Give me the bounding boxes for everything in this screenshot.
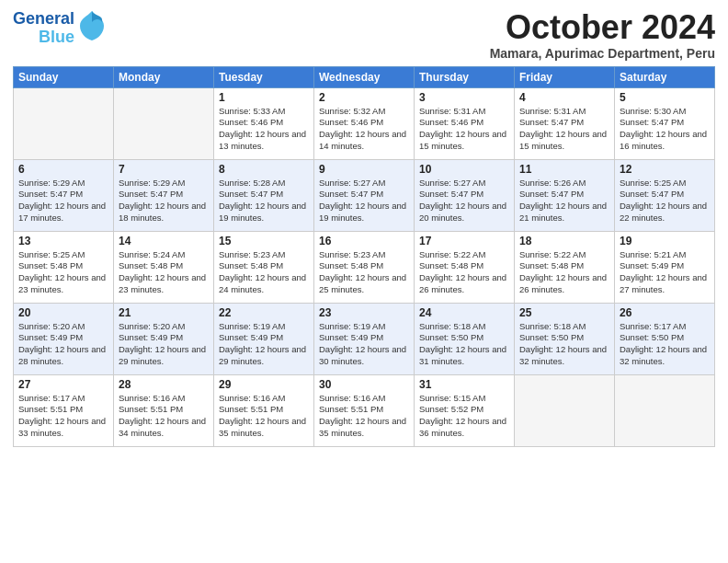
day-info: Sunrise: 5:19 AMSunset: 5:49 PMDaylight:… (219, 321, 309, 368)
calendar-day-cell: 9Sunrise: 5:27 AMSunset: 5:47 PMDaylight… (314, 159, 415, 231)
calendar-day-cell: 6Sunrise: 5:29 AMSunset: 5:47 PMDaylight… (14, 159, 114, 231)
calendar-day-cell: 7Sunrise: 5:29 AMSunset: 5:47 PMDaylight… (114, 159, 214, 231)
day-number: 7 (119, 163, 209, 176)
calendar-header-row: Sunday Monday Tuesday Wednesday Thursday… (14, 66, 715, 87)
day-number: 22 (219, 306, 309, 319)
col-wednesday: Wednesday (314, 66, 415, 87)
day-info: Sunrise: 5:25 AMSunset: 5:48 PMDaylight:… (18, 249, 108, 296)
day-info: Sunrise: 5:30 AMSunset: 5:47 PMDaylight:… (620, 106, 710, 153)
calendar-week-row: 13Sunrise: 5:25 AMSunset: 5:48 PMDayligh… (14, 231, 715, 303)
calendar-day-cell (14, 87, 114, 159)
day-info: Sunrise: 5:31 AMSunset: 5:47 PMDaylight:… (519, 106, 609, 153)
calendar-day-cell: 14Sunrise: 5:24 AMSunset: 5:48 PMDayligh… (114, 231, 214, 303)
logo: General Blue (13, 9, 106, 47)
day-number: 18 (519, 235, 609, 247)
day-info: Sunrise: 5:17 AMSunset: 5:51 PMDaylight:… (18, 393, 108, 440)
calendar-day-cell: 26Sunrise: 5:17 AMSunset: 5:50 PMDayligh… (615, 303, 715, 374)
day-number: 27 (18, 378, 108, 391)
location-title: Mamara, Apurimac Department, Peru (490, 46, 715, 61)
day-info: Sunrise: 5:24 AMSunset: 5:48 PMDaylight:… (119, 249, 209, 296)
calendar-day-cell: 4Sunrise: 5:31 AMSunset: 5:47 PMDaylight… (515, 87, 615, 159)
day-info: Sunrise: 5:28 AMSunset: 5:47 PMDaylight:… (219, 178, 309, 224)
header: General Blue October 2024 Mamara, Apurim… (13, 9, 715, 61)
day-number: 24 (419, 306, 509, 319)
day-info: Sunrise: 5:20 AMSunset: 5:49 PMDaylight:… (18, 321, 108, 368)
day-number: 21 (119, 306, 209, 319)
day-number: 4 (519, 91, 609, 104)
col-saturday: Saturday (615, 66, 715, 87)
calendar-week-row: 20Sunrise: 5:20 AMSunset: 5:49 PMDayligh… (14, 303, 715, 374)
day-info: Sunrise: 5:33 AMSunset: 5:46 PMDaylight:… (219, 106, 309, 153)
month-title: October 2024 (490, 9, 715, 46)
day-number: 26 (620, 306, 710, 319)
calendar-day-cell: 2Sunrise: 5:32 AMSunset: 5:46 PMDaylight… (314, 87, 415, 159)
day-number: 19 (620, 235, 710, 247)
calendar-day-cell: 5Sunrise: 5:30 AMSunset: 5:47 PMDaylight… (615, 87, 715, 159)
day-number: 11 (519, 163, 609, 176)
day-info: Sunrise: 5:16 AMSunset: 5:51 PMDaylight:… (119, 393, 209, 440)
calendar-day-cell: 18Sunrise: 5:22 AMSunset: 5:48 PMDayligh… (515, 231, 615, 303)
day-number: 15 (219, 235, 309, 247)
day-number: 13 (18, 235, 108, 247)
day-info: Sunrise: 5:27 AMSunset: 5:47 PMDaylight:… (319, 178, 409, 224)
calendar-day-cell: 28Sunrise: 5:16 AMSunset: 5:51 PMDayligh… (114, 374, 214, 446)
calendar-day-cell: 3Sunrise: 5:31 AMSunset: 5:46 PMDaylight… (415, 87, 515, 159)
calendar-day-cell: 23Sunrise: 5:19 AMSunset: 5:49 PMDayligh… (314, 303, 415, 374)
day-info: Sunrise: 5:29 AMSunset: 5:47 PMDaylight:… (119, 178, 209, 224)
day-info: Sunrise: 5:25 AMSunset: 5:47 PMDaylight:… (620, 178, 710, 224)
calendar-day-cell: 24Sunrise: 5:18 AMSunset: 5:50 PMDayligh… (415, 303, 515, 374)
day-info: Sunrise: 5:17 AMSunset: 5:50 PMDaylight:… (620, 321, 710, 368)
logo-general: General (13, 10, 74, 29)
day-number: 10 (419, 163, 509, 176)
day-info: Sunrise: 5:29 AMSunset: 5:47 PMDaylight:… (18, 178, 108, 224)
calendar-day-cell: 16Sunrise: 5:23 AMSunset: 5:48 PMDayligh… (314, 231, 415, 303)
day-number: 30 (319, 378, 409, 391)
calendar-day-cell: 17Sunrise: 5:22 AMSunset: 5:48 PMDayligh… (415, 231, 515, 303)
day-info: Sunrise: 5:26 AMSunset: 5:47 PMDaylight:… (519, 178, 609, 224)
calendar-week-row: 27Sunrise: 5:17 AMSunset: 5:51 PMDayligh… (14, 374, 715, 446)
calendar-day-cell: 15Sunrise: 5:23 AMSunset: 5:48 PMDayligh… (214, 231, 314, 303)
calendar-day-cell: 13Sunrise: 5:25 AMSunset: 5:48 PMDayligh… (14, 231, 114, 303)
day-number: 5 (620, 91, 710, 104)
calendar-day-cell: 12Sunrise: 5:25 AMSunset: 5:47 PMDayligh… (615, 159, 715, 231)
day-number: 29 (219, 378, 309, 391)
day-number: 1 (219, 91, 309, 104)
day-number: 8 (219, 163, 309, 176)
day-info: Sunrise: 5:19 AMSunset: 5:49 PMDaylight:… (319, 321, 409, 368)
calendar-week-row: 6Sunrise: 5:29 AMSunset: 5:47 PMDaylight… (14, 159, 715, 231)
calendar-day-cell: 25Sunrise: 5:18 AMSunset: 5:50 PMDayligh… (515, 303, 615, 374)
day-info: Sunrise: 5:21 AMSunset: 5:49 PMDaylight:… (620, 249, 710, 296)
day-number: 25 (519, 306, 609, 319)
day-info: Sunrise: 5:15 AMSunset: 5:52 PMDaylight:… (419, 393, 509, 440)
col-tuesday: Tuesday (214, 66, 314, 87)
calendar-day-cell: 20Sunrise: 5:20 AMSunset: 5:49 PMDayligh… (14, 303, 114, 374)
day-number: 16 (319, 235, 409, 247)
day-number: 2 (319, 91, 409, 104)
calendar-day-cell: 21Sunrise: 5:20 AMSunset: 5:49 PMDayligh… (114, 303, 214, 374)
calendar-day-cell: 1Sunrise: 5:33 AMSunset: 5:46 PMDaylight… (214, 87, 314, 159)
day-info: Sunrise: 5:22 AMSunset: 5:48 PMDaylight:… (519, 249, 609, 296)
calendar-day-cell: 19Sunrise: 5:21 AMSunset: 5:49 PMDayligh… (615, 231, 715, 303)
day-info: Sunrise: 5:22 AMSunset: 5:48 PMDaylight:… (419, 249, 509, 296)
day-number: 31 (419, 378, 509, 391)
calendar-day-cell: 8Sunrise: 5:28 AMSunset: 5:47 PMDaylight… (214, 159, 314, 231)
calendar-week-row: 1Sunrise: 5:33 AMSunset: 5:46 PMDaylight… (14, 87, 715, 159)
calendar-day-cell: 10Sunrise: 5:27 AMSunset: 5:47 PMDayligh… (415, 159, 515, 231)
day-info: Sunrise: 5:23 AMSunset: 5:48 PMDaylight:… (319, 249, 409, 296)
day-number: 3 (419, 91, 509, 104)
logo-blue: Blue (39, 29, 74, 47)
calendar-day-cell (615, 374, 715, 446)
day-info: Sunrise: 5:31 AMSunset: 5:46 PMDaylight:… (419, 106, 509, 153)
calendar-day-cell: 11Sunrise: 5:26 AMSunset: 5:47 PMDayligh… (515, 159, 615, 231)
day-info: Sunrise: 5:18 AMSunset: 5:50 PMDaylight:… (519, 321, 609, 368)
day-info: Sunrise: 5:27 AMSunset: 5:47 PMDaylight:… (419, 178, 509, 224)
page: General Blue October 2024 Mamara, Apurim… (0, 0, 728, 563)
day-info: Sunrise: 5:16 AMSunset: 5:51 PMDaylight:… (219, 393, 309, 440)
day-number: 17 (419, 235, 509, 247)
logo-bird-icon (78, 9, 106, 47)
day-number: 6 (18, 163, 108, 176)
col-monday: Monday (114, 66, 214, 87)
title-block: October 2024 Mamara, Apurimac Department… (490, 9, 715, 61)
day-info: Sunrise: 5:16 AMSunset: 5:51 PMDaylight:… (319, 393, 409, 440)
day-number: 12 (620, 163, 710, 176)
